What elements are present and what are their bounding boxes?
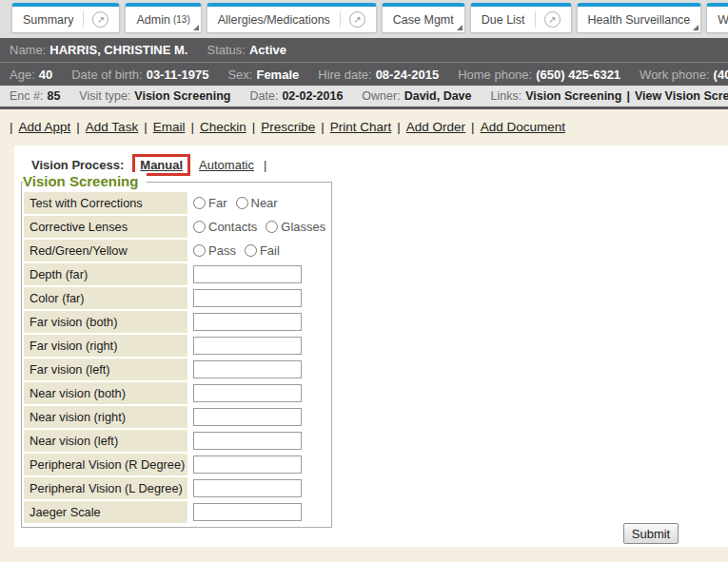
link-separator: | [252,120,256,134]
demographics-bar: Age:40Date of birth:03-11-1975Sex:Female… [0,62,728,86]
radio-label: Far [208,196,227,210]
encounter-link-vision-screening[interactable]: Vision Screening [525,89,621,103]
info-label: Name: [10,43,46,57]
form-row-field [187,311,329,333]
info-value: Female [256,68,299,82]
vision-screening-form: Test with CorrectionsFarNearCorrective L… [24,192,329,523]
info-value: Active [249,43,286,57]
action-link-add-document[interactable]: Add Document [481,120,565,134]
form-row-field [187,477,329,499]
input-far-vision-left[interactable] [193,360,302,378]
form-row-field [187,263,329,285]
form-row-label: Jaeger Scale [24,501,187,523]
info-label: Date: [250,89,279,103]
radio-option-near[interactable]: Near [236,196,278,210]
action-link-print-chart[interactable]: Print Chart [330,120,392,134]
tab-count-badge: (13) [173,14,190,25]
form-row-red-green-yellow: Red/Green/YellowPassFail [24,240,329,262]
radio-red-green-yellow-fail[interactable] [245,244,257,257]
input-color-far[interactable] [193,289,302,307]
tab-work-status[interactable]: Work Status↗ [706,3,728,32]
radio-test-with-corrections-far[interactable] [193,197,206,209]
vision-screening-fieldset: Vision Screening Test with CorrectionsFa… [21,182,332,528]
encounter-bar: Enc #:85Visit type:Vision ScreeningDate:… [0,86,728,109]
input-near-vision-both[interactable] [193,384,302,402]
action-link-add-task[interactable]: Add Task [86,120,138,134]
form-row-far-vision-left: Far vision (left) [24,359,329,380]
tab-case-mgmt[interactable]: Case Mgmt [382,3,465,32]
action-link-add-appt[interactable]: Add Appt [19,120,71,134]
radio-option-fail[interactable]: Fail [245,243,280,258]
form-row-field: ContactsGlasses [187,216,334,238]
form-row-far-vision-both: Far vision (both) [24,311,329,333]
radio-test-with-corrections-near[interactable] [236,197,248,209]
popout-arrow-icon[interactable]: ↗ [544,11,561,28]
tab-summary[interactable]: Summary↗ [11,3,120,32]
tab-health-surveillance[interactable]: Health Surveillance [577,3,702,32]
link-separator: | [76,120,80,134]
radio-option-pass[interactable]: Pass [193,243,236,258]
link-separator: | [321,120,325,134]
submit-button[interactable]: Submit [623,523,679,544]
tab-due-list[interactable]: Due List↗ [470,3,572,32]
radio-corrective-lenses-glasses[interactable] [266,221,278,233]
vision-process-label: Vision Process: [31,158,124,172]
form-row-peripheral-vision-l-degree: Peripheral Vision (L Degree) [24,477,329,499]
info-value: 02-02-2016 [282,89,343,103]
action-link-prescribe[interactable]: Prescribe [261,120,315,134]
info-label: Age: [10,68,35,82]
corner-fold-icon [193,25,199,30]
popout-arrow-icon[interactable]: ↗ [349,11,365,28]
radio-option-far[interactable]: Far [193,196,227,210]
radio-label: Contacts [208,220,257,234]
link-separator: | [144,120,148,134]
input-jaeger-scale[interactable] [193,503,302,521]
form-row-field: PassFail [187,240,329,262]
input-far-vision-right[interactable] [193,337,302,355]
tab-label: Admin [136,13,169,27]
info-label: Enc #: [10,89,43,103]
input-near-vision-right[interactable] [193,408,302,426]
info-value: 03-11-1975 [147,68,209,82]
info-label: Status: [207,43,245,57]
form-row-field: FarNear [187,192,329,214]
info-value: (650) 425-6321 [536,68,620,82]
info-value: David, Dave [404,89,472,103]
action-links-row: |Add Appt|Add Task|Email|Checkin|Prescri… [0,109,728,145]
form-row-near-vision-right: Near vision (right) [24,406,329,428]
form-row-label: Red/Green/Yellow [24,240,187,262]
encounter-link-view-vision-screening[interactable]: View Vision Screening [635,89,728,103]
tab-allergies-medications[interactable]: Allergies/Medications↗ [207,3,377,32]
input-peripheral-vision-l-degree[interactable] [193,479,302,497]
info-value: Vision Screening [134,89,230,103]
action-link-add-order[interactable]: Add Order [406,120,465,134]
input-far-vision-both[interactable] [193,313,302,331]
radio-label: Fail [260,243,280,258]
radio-option-glasses[interactable]: Glasses [266,220,325,234]
tab-label: Case Mgmt [393,13,454,27]
info-label: Work phone: [639,68,709,82]
radio-option-contacts[interactable]: Contacts [193,220,257,234]
corner-fold-icon [693,25,698,30]
action-link-checkin[interactable]: Checkin [200,120,246,134]
form-row-field [187,501,329,523]
vision-process-options: ManualAutomatic [132,154,264,176]
form-row-label: Far vision (right) [24,335,187,357]
popout-arrow-icon[interactable]: ↗ [92,11,108,28]
links-separator: | [626,89,630,103]
input-peripheral-vision-r-degree[interactable] [193,455,302,474]
action-link-email[interactable]: Email [153,120,186,134]
form-row-peripheral-vision-r-degree: Peripheral Vision (R Degree) [24,454,329,475]
vision-process-link-automatic[interactable]: Automatic [199,158,254,172]
form-row-label: Peripheral Vision (R Degree) [24,454,187,475]
tab-admin[interactable]: Admin(13) [125,3,201,32]
radio-label: Glasses [281,220,325,234]
form-row-near-vision-left: Near vision (left) [24,430,329,452]
radio-red-green-yellow-pass[interactable] [193,244,206,257]
radio-corrective-lenses-contacts[interactable] [193,221,206,233]
vision-screening-title: Vision Screening [23,172,147,191]
form-row-label: Color (far) [24,287,187,309]
input-depth-far[interactable] [193,265,302,283]
tab-label: Summary [23,13,73,27]
input-near-vision-left[interactable] [193,432,302,450]
